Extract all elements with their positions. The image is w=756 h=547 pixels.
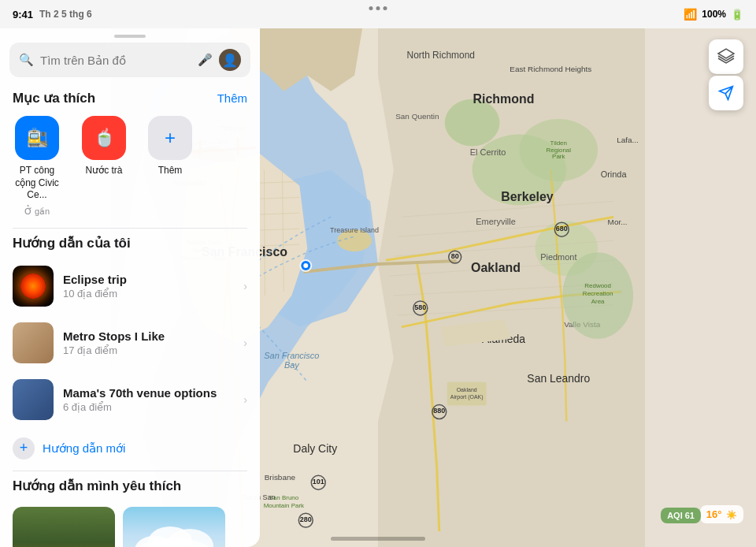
wifi-icon: 📶 bbox=[684, 8, 697, 20]
divider-2 bbox=[13, 471, 247, 471]
guide-name-mama: Mama's 70th venue options bbox=[63, 386, 234, 400]
top-center-dots bbox=[369, 6, 387, 10]
svg-text:Daly City: Daly City bbox=[293, 442, 337, 455]
favorites-more-button[interactable]: Thêm bbox=[217, 91, 247, 105]
svg-text:Airport (OAK): Airport (OAK) bbox=[450, 394, 484, 400]
battery-icon: 🔋 bbox=[731, 9, 743, 20]
guide-info-metro: Metro Stops I Like 17 địa điểm bbox=[63, 329, 234, 356]
map-layers-button[interactable] bbox=[709, 39, 743, 74]
fav-icon-add: + bbox=[148, 116, 192, 160]
svg-text:Piedmont: Piedmont bbox=[540, 252, 576, 262]
guides-section-header: Hướng dẫn của tôi bbox=[0, 230, 260, 258]
favorites-title: Mục ưa thích bbox=[13, 90, 95, 106]
svg-text:80: 80 bbox=[451, 252, 459, 260]
guide-count-mama: 6 địa điểm bbox=[63, 401, 234, 413]
svg-text:580: 580 bbox=[414, 303, 426, 311]
svg-text:Recreation: Recreation bbox=[583, 290, 613, 297]
svg-text:Lafa...: Lafa... bbox=[617, 136, 639, 144]
chevron-icon-mama: › bbox=[243, 393, 247, 406]
guide-thumb-metro bbox=[13, 322, 54, 363]
fav-label-add: Thêm bbox=[158, 165, 183, 177]
svg-text:Area: Area bbox=[591, 298, 605, 305]
date-info: Th 2 5 thg 6 bbox=[39, 9, 92, 20]
svg-text:Richmond: Richmond bbox=[473, 92, 535, 106]
guide-name-eclipse: Eclipse trip bbox=[63, 273, 234, 286]
guide-item-metro[interactable]: Metro Stops I Like 17 địa điểm › bbox=[0, 314, 260, 371]
svg-text:San Leandro: San Leandro bbox=[527, 372, 590, 385]
guide-thumb-eclipse bbox=[13, 266, 54, 307]
battery-text: 100% bbox=[702, 9, 726, 20]
status-bar: 9:41 Th 2 5 thg 6 📶 100% 🔋 bbox=[0, 0, 756, 28]
guide-info-eclipse: Eclipse trip 10 địa điểm bbox=[63, 273, 234, 300]
fav-label-transit: PT công cộng Civic Ce... bbox=[9, 165, 65, 202]
aqi-badge: AQI 61 bbox=[661, 508, 701, 523]
time: 9:41 bbox=[13, 9, 33, 20]
new-guide-label: Hướng dẫn mới bbox=[43, 441, 125, 456]
fav-guide-card-2[interactable] bbox=[123, 507, 225, 547]
svg-point-3 bbox=[445, 99, 500, 147]
guide-name-metro: Metro Stops I Like bbox=[63, 329, 234, 343]
search-input[interactable] bbox=[40, 54, 191, 67]
divider-1 bbox=[13, 228, 247, 229]
svg-text:Orinda: Orinda bbox=[601, 169, 628, 179]
temperature-value: 16° bbox=[706, 508, 722, 520]
favorite-guides-row bbox=[0, 500, 260, 547]
svg-text:Tilden: Tilden bbox=[550, 140, 567, 147]
svg-text:East Richmond Heights: East Richmond Heights bbox=[510, 65, 591, 73]
svg-text:North Richmond: North Richmond bbox=[407, 50, 475, 61]
svg-text:San Quentin: San Quentin bbox=[395, 112, 439, 121]
svg-text:Regional: Regional bbox=[547, 147, 572, 154]
search-bar[interactable]: 🔍 🎤 👤 bbox=[9, 43, 250, 77]
fav-item-add[interactable]: + Thêm bbox=[143, 116, 197, 217]
home-indicator bbox=[331, 537, 425, 541]
chevron-icon-metro: › bbox=[243, 337, 247, 349]
svg-text:Oakland: Oakland bbox=[457, 387, 477, 393]
status-right: 📶 100% 🔋 bbox=[684, 8, 743, 20]
guide-count-metro: 17 địa điểm bbox=[63, 344, 234, 356]
fav-guides-title: Hướng dẫn mình yêu thích bbox=[13, 478, 181, 494]
svg-text:Mountain Park: Mountain Park bbox=[264, 502, 304, 509]
svg-text:San Francisco: San Francisco bbox=[264, 351, 319, 360]
svg-text:680: 680 bbox=[556, 225, 568, 233]
svg-text:El Cerrito: El Cerrito bbox=[470, 148, 506, 158]
sidebar-panel: 🔍 🎤 👤 Mục ưa thích Thêm 🚉 PT công cộng C… bbox=[0, 28, 260, 547]
fav-sublabel-transit: Ở gần bbox=[24, 207, 50, 217]
guides-title: Hướng dẫn của tôi bbox=[13, 235, 131, 251]
svg-text:Redwood: Redwood bbox=[584, 282, 611, 289]
favorites-row: 🚉 PT công cộng Civic Ce... Ở gần 🍵 Nước … bbox=[0, 113, 260, 226]
svg-text:Park: Park bbox=[552, 153, 565, 160]
avatar[interactable]: 👤 bbox=[219, 49, 241, 71]
status-left: 9:41 Th 2 5 thg 6 bbox=[13, 9, 92, 20]
search-icon: 🔍 bbox=[19, 53, 34, 67]
plus-circle-icon: + bbox=[13, 437, 35, 460]
fav-icon-transit: 🚉 bbox=[15, 116, 59, 160]
location-button[interactable] bbox=[709, 76, 743, 110]
fav-guides-section-header: Hướng dẫn mình yêu thích bbox=[0, 473, 260, 500]
svg-point-60 bbox=[303, 263, 308, 268]
svg-text:Brisbane: Brisbane bbox=[265, 473, 296, 482]
svg-text:280: 280 bbox=[300, 515, 312, 523]
fav-label-tea: Nước trà bbox=[85, 165, 122, 177]
svg-text:Berkeley: Berkeley bbox=[501, 190, 554, 203]
svg-text:880: 880 bbox=[433, 407, 445, 415]
fav-guide-card-1[interactable] bbox=[13, 507, 115, 547]
microphone-icon[interactable]: 🎤 bbox=[198, 53, 213, 67]
svg-text:Oakland: Oakland bbox=[471, 261, 521, 274]
drag-handle[interactable] bbox=[114, 35, 146, 38]
guide-item-eclipse[interactable]: Eclipse trip 10 địa điểm › bbox=[0, 258, 260, 314]
favorites-section-header: Mục ưa thích Thêm bbox=[0, 85, 260, 113]
map-controls bbox=[709, 39, 743, 110]
fav-item-tea[interactable]: 🍵 Nước trà bbox=[77, 116, 131, 217]
guide-item-mama[interactable]: Mama's 70th venue options 6 địa điểm › bbox=[0, 371, 260, 428]
fav-icon-tea: 🍵 bbox=[82, 116, 126, 160]
guide-info-mama: Mama's 70th venue options 6 địa điểm bbox=[63, 386, 234, 413]
svg-text:Mor...: Mor... bbox=[608, 218, 628, 226]
aqi-value: AQI 61 bbox=[667, 511, 695, 520]
fav-item-transit[interactable]: 🚉 PT công cộng Civic Ce... Ở gần bbox=[9, 116, 65, 217]
svg-text:Bay: Bay bbox=[284, 360, 300, 370]
svg-text:101: 101 bbox=[313, 478, 324, 486]
temperature-badge: 16° ☀️ bbox=[700, 505, 743, 523]
svg-text:Treasure Island: Treasure Island bbox=[330, 226, 379, 234]
chevron-icon: › bbox=[243, 280, 247, 292]
new-guide-button[interactable]: + Hướng dẫn mới bbox=[0, 428, 260, 469]
